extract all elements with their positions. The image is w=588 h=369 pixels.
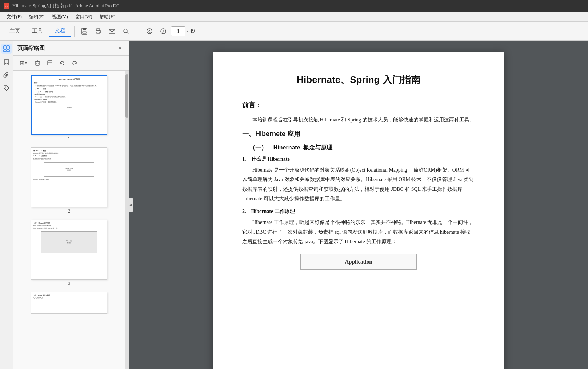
pdf-item-1: 1. 什么是 Hibernate Hibernate 是一个开放源代码的对象关系… <box>242 156 475 204</box>
save-button[interactable] <box>78 25 91 37</box>
item-number-2: 2. Hibernate 工作原理 <box>242 208 475 215</box>
page-total: / 49 <box>187 28 195 34</box>
next-page-button[interactable] <box>157 25 169 37</box>
thumbnail-page-4[interactable]: （三）Spring 概念与原理 Spring 框架简介... <box>31 292 107 314</box>
thumbnail-panel: 页面缩略图 × ⊞ ▼ <box>13 41 129 369</box>
crop-button[interactable] <box>44 58 55 68</box>
thumbnail-page-2[interactable]: 续：Hibernate 配置 Hibernate 配置文件说明与属性列表介绍。 … <box>31 147 107 207</box>
thumbnail-scrollbar[interactable] <box>125 71 129 369</box>
menu-window[interactable]: 窗口(W) <box>72 12 96 21</box>
svg-rect-14 <box>7 50 9 52</box>
pdf-para-hibernate-principle: Hibernate 工作原理，听起来好像是个很神秘的东东，其实并不神秘。Hibe… <box>242 218 475 247</box>
prev-page-button[interactable] <box>143 25 156 37</box>
thumbnail-scrollbar-thumb <box>125 74 128 118</box>
tab-tools[interactable]: 工具 <box>27 25 48 37</box>
title-bar: A Hibernate-Spring入门指南.pdf - Adobe Acrob… <box>0 0 588 12</box>
close-thumbnail-button[interactable]: × <box>116 44 124 52</box>
trash-icon <box>34 60 41 66</box>
tab-document[interactable]: 文档 <box>49 25 71 37</box>
main-area: 页面缩略图 × ⊞ ▼ <box>0 41 588 369</box>
print-button[interactable] <box>92 25 104 37</box>
thumbnail-page-3[interactable]: （二）Hibernate 应用实例 创建 Hibernate 项目步骤说明。 新… <box>31 220 107 280</box>
page-number-input[interactable] <box>171 26 185 36</box>
thumbnail-page-1[interactable]: Hibernate、Spring 入门指南 前言： 本培训课程旨在引导初次接触 … <box>31 75 107 135</box>
list-item[interactable]: Hibernate、Spring 入门指南 前言： 本培训课程旨在引导初次接触 … <box>29 75 109 141</box>
sidebar-icons <box>0 41 13 369</box>
crop-icon <box>47 60 53 66</box>
pdf-section-hibernate: 一、Hibernete 应用 （一） Hinernate 概念与原理 1. 什么… <box>242 129 475 270</box>
app-icon: A <box>4 3 9 9</box>
svg-rect-11 <box>4 46 6 49</box>
pdf-para-foreword: 本培训课程旨在引导初次接触 Hibernate 和 Spring 的技术人员，能… <box>242 115 475 125</box>
item-number-1: 1. 什么是 Hibernate <box>242 156 475 163</box>
divider-2 <box>136 26 136 37</box>
application-label: Application <box>305 259 412 265</box>
svg-rect-12 <box>7 46 9 49</box>
window-title: Hibernate-Spring入门指南.pdf - Adobe Acrobat… <box>12 3 120 9</box>
undo-icon <box>59 60 65 66</box>
undo-button[interactable] <box>57 58 68 68</box>
delete-page-button[interactable] <box>32 58 43 68</box>
svg-rect-2 <box>83 32 86 33</box>
list-item[interactable]: （二）Hibernate 应用实例 创建 Hibernate 项目步骤说明。 新… <box>29 220 109 286</box>
redo-button[interactable] <box>69 58 80 68</box>
list-item[interactable]: 续：Hibernate 配置 Hibernate 配置文件说明与属性列表介绍。 … <box>29 147 109 214</box>
svg-point-7 <box>124 29 127 33</box>
pages-icon[interactable] <box>1 44 12 54</box>
svg-rect-21 <box>48 61 52 65</box>
attachment-icon[interactable] <box>1 70 12 80</box>
svg-point-9 <box>147 29 152 34</box>
svg-rect-13 <box>4 50 6 52</box>
thumbnail-toolbar: ⊞ ▼ <box>13 56 129 71</box>
left-panel: 页面缩略图 × ⊞ ▼ <box>0 41 129 369</box>
application-diagram-box: Application <box>300 254 417 270</box>
pdf-page: Hibernate、Spring 入门指南 前言： 本培训课程旨在引导初次接触 … <box>213 52 504 369</box>
menu-edit[interactable]: 编辑(E) <box>25 12 48 21</box>
svg-point-15 <box>5 87 6 88</box>
list-item[interactable]: （三）Spring 概念与原理 Spring 框架简介... <box>29 292 109 314</box>
tab-home[interactable]: 主页 <box>4 25 25 37</box>
section-title-hibernate: 一、Hibernete 应用 <box>242 129 475 138</box>
thumbnail-panel-title: 页面缩略图 <box>17 45 45 52</box>
menu-view[interactable]: 视图(V) <box>48 12 72 21</box>
page-navigation: / 49 <box>143 25 195 37</box>
menu-bar: 文件(F) 编辑(E) 视图(V) 窗口(W) 帮助(H) <box>0 12 588 22</box>
thumbnail-page-number: 1 <box>68 136 71 141</box>
divider-1 <box>74 26 75 37</box>
thumbnail-list: Hibernate、Spring 入门指南 前言： 本培训课程旨在引导初次接触 … <box>13 71 125 369</box>
grid-icon: ⊞ <box>20 60 24 67</box>
search-button[interactable] <box>120 25 132 37</box>
email-button[interactable] <box>106 25 118 37</box>
pdf-para-what-is-hibernate: Hibernate 是一个开放源代码的对象关系映射(Object Relatio… <box>242 165 475 204</box>
menu-help[interactable]: 帮助(H) <box>96 12 119 21</box>
pdf-section-foreword: 前言： 本培训课程旨在引导初次接触 Hibernate 和 Spring 的技术… <box>242 101 475 125</box>
pdf-content-area[interactable]: Hibernate、Spring 入门指南 前言： 本培训课程旨在引导初次接触 … <box>129 41 588 369</box>
thumbnail-page-number: 3 <box>68 281 71 286</box>
toolbar: 主页 工具 文档 <box>0 22 588 41</box>
redo-icon <box>71 60 78 66</box>
dropdown-arrow-icon: ▼ <box>24 61 28 65</box>
bookmark-icon[interactable] <box>1 57 12 67</box>
thumbnail-header: 页面缩略图 × <box>13 41 129 56</box>
thumbnail-page-number: 2 <box>68 209 71 214</box>
svg-rect-5 <box>97 32 100 33</box>
section-title-foreword: 前言： <box>242 101 475 109</box>
svg-rect-1 <box>83 28 86 30</box>
collapse-panel-button[interactable]: ◀ <box>128 198 133 212</box>
grid-view-button[interactable]: ⊞ ▼ <box>17 58 31 68</box>
svg-point-10 <box>161 29 166 34</box>
svg-rect-16 <box>36 61 39 65</box>
svg-line-8 <box>127 32 128 34</box>
subsection-title-concept: （一） Hinernate 概念与原理 <box>249 144 475 152</box>
pdf-main-title: Hibernate、Spring 入门指南 <box>242 73 475 86</box>
pdf-item-2: 2. Hibernate 工作原理 Hibernate 工作原理，听起来好像是个… <box>242 208 475 247</box>
menu-file[interactable]: 文件(F) <box>3 12 25 21</box>
tag-icon[interactable] <box>1 83 12 93</box>
